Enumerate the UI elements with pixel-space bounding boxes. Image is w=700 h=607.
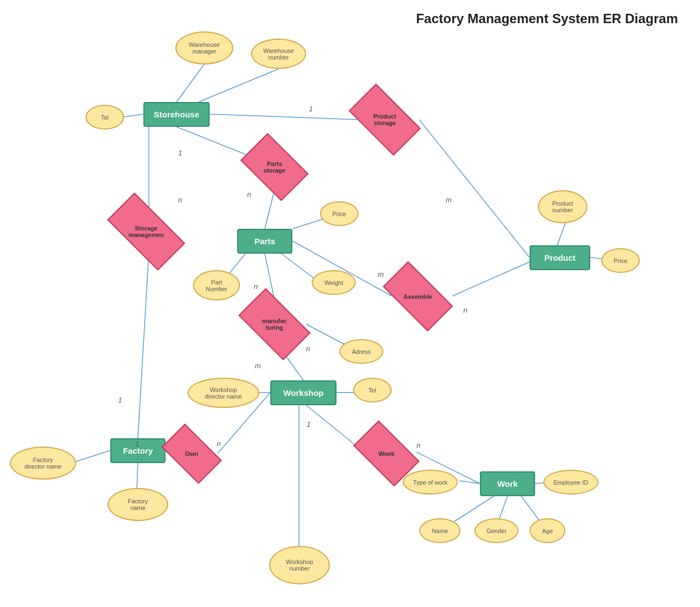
card-10: m (255, 362, 261, 370)
card-3: n (178, 196, 182, 204)
attr-warehouse-manager: Warehousemanager (175, 31, 233, 65)
svg-line-1 (199, 69, 279, 102)
attr-factory-name: Factoryname (108, 488, 168, 521)
card-9: n (306, 345, 310, 353)
card-5: m (446, 196, 452, 204)
card-1: 1 (309, 105, 313, 113)
card-11: 1 (118, 396, 122, 404)
attr-workshop-number: Workshopnumber (269, 546, 330, 584)
attr-warehouse-number: Warehousenumber (251, 39, 306, 69)
canvas: Factory Management System ER Diagram (0, 0, 700, 607)
entity-product[interactable]: Product (530, 245, 590, 270)
card-8: n (463, 306, 467, 314)
rel-product-storage: Productstorage (353, 100, 416, 139)
er-lines (0, 0, 700, 607)
svg-line-15 (452, 262, 530, 296)
attr-age: Age (530, 518, 565, 543)
entity-storehouse[interactable]: Storehouse (143, 102, 210, 127)
attr-adress: Adress (339, 339, 383, 364)
card-6: m (378, 270, 384, 278)
svg-line-3 (210, 114, 359, 120)
card-4: n (247, 190, 251, 198)
attr-gender: Gender (474, 518, 519, 543)
rel-storage-mgmt: Storagemanagemen (110, 212, 182, 251)
svg-line-12 (419, 120, 530, 257)
card-13: n (217, 439, 221, 448)
attr-price-product: Price (601, 248, 640, 273)
attr-weight: Weight (312, 270, 356, 295)
svg-line-0 (177, 65, 204, 102)
attr-workshop-director: Workshopdirector name (188, 378, 259, 408)
entity-workshop[interactable]: Workshop (270, 380, 336, 405)
rel-woek: Woek (357, 436, 415, 471)
attr-product-number: Productnumber (538, 190, 587, 223)
card-7: n (254, 282, 258, 291)
svg-line-2 (124, 114, 143, 117)
attr-tel-storehouse: Tel (86, 105, 124, 130)
card-15: n (416, 441, 420, 449)
svg-line-13 (557, 223, 565, 245)
attr-factory-director: Factorydirector name (10, 447, 76, 480)
attr-part-number: PartNumber (193, 270, 240, 300)
attr-name: Name (419, 518, 461, 543)
svg-line-22 (138, 251, 149, 438)
svg-line-23 (76, 450, 110, 461)
attr-type-of-work: Type of work (403, 470, 458, 495)
attr-employee-id: Employee ID (543, 470, 599, 495)
card-14: 1 (307, 420, 311, 428)
rel-parts-storage: Partsstorage (245, 148, 303, 186)
attr-tel-workshop: Tel (353, 378, 392, 402)
rel-own: Own (165, 437, 218, 470)
card-12: 1 (135, 440, 139, 448)
rel-manufacturing: manufacturing (243, 305, 306, 343)
entity-work[interactable]: Work (480, 471, 535, 496)
entity-parts[interactable]: Parts (237, 229, 292, 254)
rel-assemble: Assemble (386, 278, 450, 314)
attr-price-parts: Price (320, 201, 359, 226)
card-2: 1 (178, 149, 182, 157)
